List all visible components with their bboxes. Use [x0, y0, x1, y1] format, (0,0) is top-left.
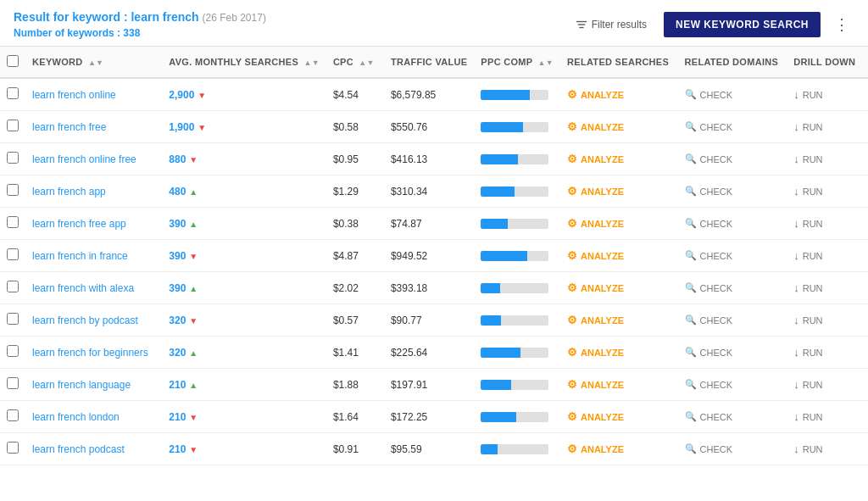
- ppc-comp-cell: [474, 208, 560, 240]
- row-checkbox-cell[interactable]: [0, 78, 25, 111]
- row-checkbox-cell[interactable]: [0, 369, 25, 401]
- more-options-button[interactable]: ⋮: [829, 12, 854, 37]
- run-button[interactable]: ↓ RUN: [793, 314, 822, 326]
- ppc-col-header[interactable]: PPC COMP ▲▼: [474, 47, 560, 78]
- monthly-searches-cell: 210▼: [162, 433, 326, 465]
- select-all-header[interactable]: [0, 47, 25, 78]
- check-button[interactable]: 🔍 CHECK: [685, 379, 733, 390]
- check-button[interactable]: 🔍 CHECK: [685, 218, 733, 229]
- row-checkbox[interactable]: [7, 377, 19, 389]
- cpc-cell: $1.64: [326, 401, 384, 433]
- run-icon: ↓: [793, 217, 799, 230]
- keyword-link[interactable]: learn french app: [32, 186, 106, 198]
- related-domains-cell: 🔍 CHECK: [678, 175, 787, 208]
- keyword-link[interactable]: learn french for beginners: [32, 347, 148, 359]
- check-button[interactable]: 🔍 CHECK: [685, 315, 733, 326]
- analyze-button[interactable]: ⚙ ANALYZE: [567, 153, 624, 165]
- run-button[interactable]: ↓ RUN: [793, 346, 822, 359]
- check-button[interactable]: 🔍 CHECK: [685, 186, 733, 197]
- analyze-button[interactable]: ⚙ ANALYZE: [567, 217, 624, 230]
- analyze-button[interactable]: ⚙ ANALYZE: [567, 443, 624, 455]
- filter-icon: [576, 19, 587, 31]
- monthly-col-header[interactable]: AVG. MONTHLY SEARCHES ▲▼: [162, 47, 326, 78]
- analyze-button[interactable]: ⚙ ANALYZE: [567, 249, 624, 262]
- filter-button[interactable]: Filter results: [567, 14, 655, 36]
- traffic-col-header: TRAFFIC VALUE: [384, 47, 474, 78]
- keyword-link[interactable]: learn french by podcast: [32, 315, 138, 326]
- run-button[interactable]: ↓ RUN: [793, 378, 822, 391]
- check-button[interactable]: 🔍 CHECK: [685, 121, 733, 132]
- cpc-col-header[interactable]: CPC ▲▼: [326, 47, 384, 78]
- analyze-button[interactable]: ⚙ ANALYZE: [567, 120, 624, 133]
- row-checkbox[interactable]: [7, 248, 19, 260]
- run-label: RUN: [803, 348, 823, 358]
- traffic-value-cell: $6,579.85: [384, 78, 474, 111]
- run-button[interactable]: ↓ RUN: [793, 153, 822, 165]
- run-button[interactable]: ↓ RUN: [793, 185, 822, 198]
- row-checkbox[interactable]: [7, 409, 19, 421]
- analyze-icon: ⚙: [567, 88, 577, 101]
- row-checkbox-cell[interactable]: [0, 175, 25, 208]
- ppc-bar-fill: [481, 444, 498, 454]
- row-checkbox[interactable]: [7, 281, 19, 292]
- check-button[interactable]: 🔍 CHECK: [685, 347, 733, 358]
- row-checkbox-cell[interactable]: [0, 208, 25, 240]
- keyword-link[interactable]: learn french language: [32, 379, 131, 391]
- run-button[interactable]: ↓ RUN: [793, 281, 822, 294]
- analyze-button[interactable]: ⚙ ANALYZE: [567, 410, 624, 423]
- check-button[interactable]: 🔍 CHECK: [685, 153, 733, 164]
- row-checkbox[interactable]: [7, 442, 19, 454]
- check-button[interactable]: 🔍 CHECK: [685, 282, 733, 293]
- check-button[interactable]: 🔍 CHECK: [685, 250, 733, 261]
- run-button[interactable]: ↓ RUN: [793, 443, 822, 455]
- row-checkbox-cell[interactable]: [0, 433, 25, 465]
- check-button[interactable]: 🔍 CHECK: [685, 443, 733, 454]
- run-button[interactable]: ↓ RUN: [793, 120, 822, 133]
- row-checkbox-cell[interactable]: [0, 111, 25, 143]
- run-icon: ↓: [793, 88, 799, 101]
- analyze-button[interactable]: ⚙ ANALYZE: [567, 346, 624, 359]
- check-label: CHECK: [700, 348, 733, 358]
- row-checkbox[interactable]: [7, 87, 19, 99]
- analyze-button[interactable]: ⚙ ANALYZE: [567, 185, 624, 198]
- row-checkbox-cell[interactable]: [0, 272, 25, 304]
- select-all-checkbox[interactable]: [7, 55, 19, 67]
- row-checkbox[interactable]: [7, 313, 19, 325]
- keyword-link[interactable]: learn french online free: [32, 153, 136, 165]
- row-checkbox[interactable]: [7, 184, 19, 196]
- row-checkbox[interactable]: [7, 120, 19, 131]
- keyword-col-header[interactable]: KEYWORD ▲▼: [25, 47, 162, 78]
- run-label: RUN: [803, 315, 823, 326]
- keyword-link[interactable]: learn french in france: [32, 250, 128, 262]
- row-checkbox-cell[interactable]: [0, 240, 25, 272]
- analyze-button[interactable]: ⚙ ANALYZE: [567, 314, 624, 326]
- table-row: learn french language210▲$1.88$197.91⚙ A…: [0, 369, 868, 401]
- analyze-button[interactable]: ⚙ ANALYZE: [567, 378, 624, 391]
- keyword-link[interactable]: learn french online: [32, 89, 116, 101]
- check-button[interactable]: 🔍 CHECK: [685, 89, 733, 100]
- new-keyword-button[interactable]: NEW KEYWORD SEARCH: [664, 12, 821, 37]
- keyword-link[interactable]: learn french free: [32, 121, 106, 133]
- ppc-bar-container: [481, 219, 548, 229]
- row-checkbox-cell[interactable]: [0, 143, 25, 175]
- run-button[interactable]: ↓ RUN: [793, 88, 822, 101]
- cpc-sort-arrows: ▲▼: [359, 58, 374, 67]
- keyword-link[interactable]: learn french london: [32, 411, 120, 423]
- analyze-button[interactable]: ⚙ ANALYZE: [567, 88, 624, 101]
- keyword-link[interactable]: learn french free app: [32, 218, 126, 230]
- analyze-button[interactable]: ⚙ ANALYZE: [567, 281, 624, 294]
- check-button[interactable]: 🔍 CHECK: [685, 411, 733, 422]
- run-button[interactable]: ↓ RUN: [793, 410, 822, 423]
- row-checkbox[interactable]: [7, 216, 19, 228]
- row-checkbox[interactable]: [7, 152, 19, 164]
- table-row: learn french free1,900▼$0.58$550.76⚙ ANA…: [0, 111, 868, 143]
- cpc-cell: $1.29: [326, 175, 384, 208]
- keyword-link[interactable]: learn french with alexa: [32, 282, 134, 294]
- run-button[interactable]: ↓ RUN: [793, 249, 822, 262]
- row-checkbox-cell[interactable]: [0, 337, 25, 369]
- row-checkbox[interactable]: [7, 345, 19, 357]
- row-checkbox-cell[interactable]: [0, 304, 25, 337]
- row-checkbox-cell[interactable]: [0, 401, 25, 433]
- run-button[interactable]: ↓ RUN: [793, 217, 822, 230]
- keyword-link[interactable]: learn french podcast: [32, 443, 125, 455]
